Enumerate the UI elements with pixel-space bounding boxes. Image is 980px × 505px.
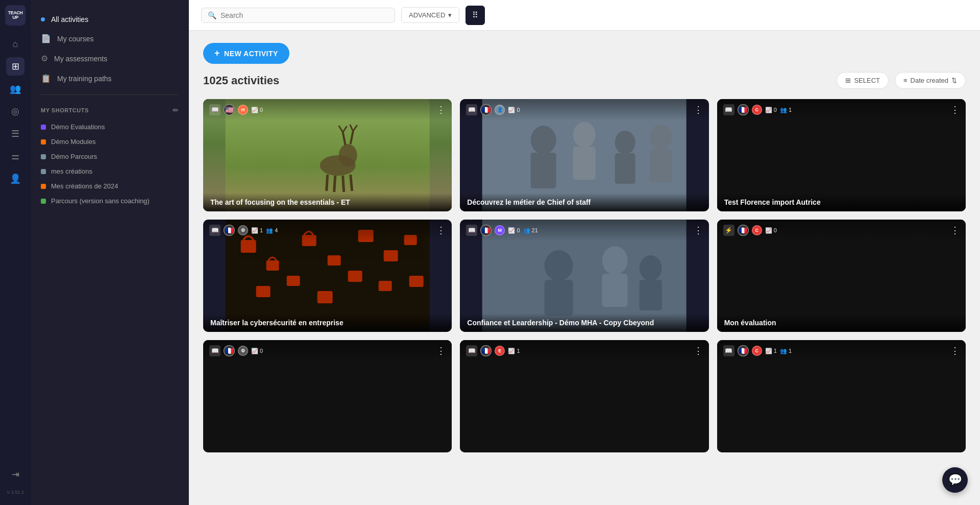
card-author-avatar: 👤 — [495, 105, 505, 115]
sort-direction-icon: ⇅ — [951, 77, 957, 84]
shortcut-label: Mes créations de 2024 — [51, 182, 118, 190]
svg-rect-39 — [545, 280, 573, 316]
advanced-button[interactable]: ADVANCED ▾ — [401, 7, 459, 23]
card-menu-button[interactable]: ⋮ — [436, 345, 446, 356]
card-flag: 🇫🇷 — [738, 104, 749, 115]
card-flag: 🇫🇷 — [480, 345, 492, 356]
card-users-stat: 👥 1 — [780, 348, 792, 354]
card-flag: 🇫🇷 — [480, 225, 492, 236]
icon-bar: TEACH UP ⌂ ⊞ 👥 ◎ ☰ ⚌ 👤 ⇥ V 2.51.2 — [0, 0, 31, 505]
card-overlay: 📖 🇫🇷 ⚙ 📈 1 👥 4 ⋮ — [203, 220, 452, 241]
content-header: 1025 activities ⊞ SELECT ≡ Date created … — [203, 72, 966, 89]
card-stat: 📈 1 — [765, 348, 777, 354]
search-box[interactable]: 🔍 — [201, 8, 395, 23]
card-menu-button[interactable]: ⋮ — [950, 345, 960, 356]
chat-bubble[interactable]: 💬 — [942, 467, 968, 493]
activity-card[interactable]: 📖 🇫🇷 E 📈 1 ⋮ — [460, 340, 708, 452]
svg-point-18 — [615, 131, 635, 154]
advanced-label: ADVANCED — [409, 11, 445, 19]
divider — [41, 94, 179, 95]
card-flag: 🇫🇷 — [738, 345, 749, 356]
main-panel: 🔍 ADVANCED ▾ ⠿ + NEW ACTIVITY 1025 activ… — [189, 0, 980, 505]
sidebar-item-my-training-paths[interactable]: 📋 My training paths — [31, 68, 189, 88]
card-stat: 📈 0 — [251, 107, 263, 113]
edit-shortcuts-icon[interactable]: ✏ — [173, 106, 179, 114]
svg-line-12 — [351, 175, 352, 191]
sidebar-nav-label: My training paths — [57, 75, 112, 83]
list-icon[interactable]: ☰ — [6, 125, 24, 143]
sidebar-item-my-assessments[interactable]: ⚙ My assessments — [31, 49, 189, 68]
grid-icon[interactable]: ⊞ — [6, 57, 24, 76]
card-title: Mon évaluation — [717, 314, 966, 332]
shortcut-demo-modules[interactable]: Démo Modules — [31, 134, 189, 149]
people-icon[interactable]: 👤 — [6, 170, 24, 188]
users-icon[interactable]: 👥 — [6, 80, 24, 98]
app-logo[interactable]: TEACH UP — [5, 5, 26, 26]
shortcut-mes-creations-2024[interactable]: Mes créations de 2024 — [31, 179, 189, 194]
home-icon[interactable]: ⌂ — [6, 35, 24, 53]
activity-card[interactable]: 📖 🇺🇸 H 📈 0 ⋮ The art of focusing on the … — [203, 99, 452, 211]
activity-card[interactable]: ⚡ 🇫🇷 C 📈 0 ⋮ Mon évaluation — [717, 220, 966, 332]
card-author-avatar: M — [495, 225, 505, 235]
shortcut-color-dot — [41, 139, 46, 145]
card-menu-button[interactable]: ⋮ — [950, 225, 960, 236]
shortcut-parcours-sans-coaching[interactable]: Parcours (version sans coaching) — [31, 194, 189, 208]
card-title: The art of focusing on the essentials - … — [203, 193, 452, 211]
card-author-avatar: C — [752, 225, 762, 235]
chat-icon: 💬 — [948, 473, 962, 487]
shortcut-label: Démo Evaluations — [51, 123, 105, 131]
card-menu-button[interactable]: ⋮ — [436, 225, 446, 236]
activity-card[interactable]: 📖 🇫🇷 ⚙ 📈 0 ⋮ — [203, 340, 452, 452]
chart-icon[interactable]: ⚌ — [6, 147, 24, 165]
shortcut-color-dot — [41, 199, 46, 204]
activity-card[interactable]: 📖 🇫🇷 C 📈 0 👥 1 ⋮ Test Florence import Au… — [717, 99, 966, 211]
card-type-icon: 📖 — [209, 104, 220, 115]
svg-line-10 — [334, 176, 335, 192]
activity-card[interactable]: 📖 🇫🇷 M 📈 0 👥 21 ⋮ Confiance et Leardersh… — [460, 220, 708, 332]
new-activity-button[interactable]: + NEW ACTIVITY — [203, 43, 289, 64]
shortcut-demo-parcours[interactable]: Démo Parcours — [31, 149, 189, 164]
svg-point-42 — [640, 255, 662, 281]
card-overlay: ⚡ 🇫🇷 C 📈 0 ⋮ — [717, 220, 966, 241]
card-overlay: 📖 🇫🇷 ⚙ 📈 0 ⋮ — [203, 340, 452, 362]
search-icon: 🔍 — [208, 11, 216, 19]
search-input[interactable] — [220, 11, 388, 19]
svg-point-20 — [650, 125, 672, 150]
circle-icon[interactable]: ◎ — [6, 102, 24, 121]
card-author-avatar: E — [495, 346, 505, 356]
select-button[interactable]: ⊞ SELECT — [837, 72, 889, 89]
activity-card[interactable]: 📖 🇫🇷 👤 📈 0 ⋮ Découvrez le métier de Chie… — [460, 99, 708, 211]
svg-point-2 — [339, 144, 357, 166]
card-menu-button[interactable]: ⋮ — [950, 104, 960, 115]
activity-card[interactable]: 📖 🇫🇷 C 📈 1 👥 1 ⋮ — [717, 340, 966, 452]
activity-card[interactable]: 📖 🇫🇷 ⚙ 📈 1 👥 4 ⋮ Maîtriser la cybersécur… — [203, 220, 452, 332]
logout-icon[interactable]: ⇥ — [6, 465, 24, 484]
card-flag: 🇫🇷 — [224, 345, 235, 356]
date-sort-button[interactable]: ≡ Date created ⇅ — [895, 72, 966, 89]
card-menu-button[interactable]: ⋮ — [694, 345, 703, 356]
sidebar-item-all-activities[interactable]: All activities — [31, 10, 189, 29]
card-flag: 🇫🇷 — [480, 104, 492, 115]
shortcut-mes-creations[interactable]: mes créations — [31, 164, 189, 179]
svg-rect-17 — [573, 147, 596, 180]
card-menu-button[interactable]: ⋮ — [694, 225, 703, 236]
svg-point-16 — [573, 122, 596, 148]
grid-view-button[interactable]: ⠿ — [465, 6, 485, 25]
card-author-avatar: ⚙ — [238, 225, 248, 235]
card-flag: 🇫🇷 — [224, 225, 235, 236]
courses-icon: 📄 — [41, 34, 51, 43]
card-type-icon: 📖 — [466, 345, 477, 356]
cards-grid: 📖 🇺🇸 H 📈 0 ⋮ The art of focusing on the … — [203, 99, 966, 452]
assessments-icon: ⚙ — [41, 54, 48, 63]
card-title: Confiance et Leardership - Démo MHA - Co… — [460, 314, 708, 332]
card-flag: 🇫🇷 — [738, 225, 749, 236]
card-menu-button[interactable]: ⋮ — [694, 104, 703, 115]
sidebar: All activities 📄 My courses ⚙ My assessm… — [31, 0, 189, 505]
card-overlay: 📖 🇫🇷 C 📈 0 👥 1 ⋮ — [717, 99, 966, 121]
shortcut-demo-evaluations[interactable]: Démo Evaluations — [31, 119, 189, 134]
svg-line-9 — [327, 175, 328, 191]
sidebar-item-my-courses[interactable]: 📄 My courses — [31, 29, 189, 49]
sidebar-nav-label: All activities — [51, 15, 88, 23]
card-stat: 📈 0 — [765, 227, 777, 234]
card-menu-button[interactable]: ⋮ — [436, 104, 446, 115]
